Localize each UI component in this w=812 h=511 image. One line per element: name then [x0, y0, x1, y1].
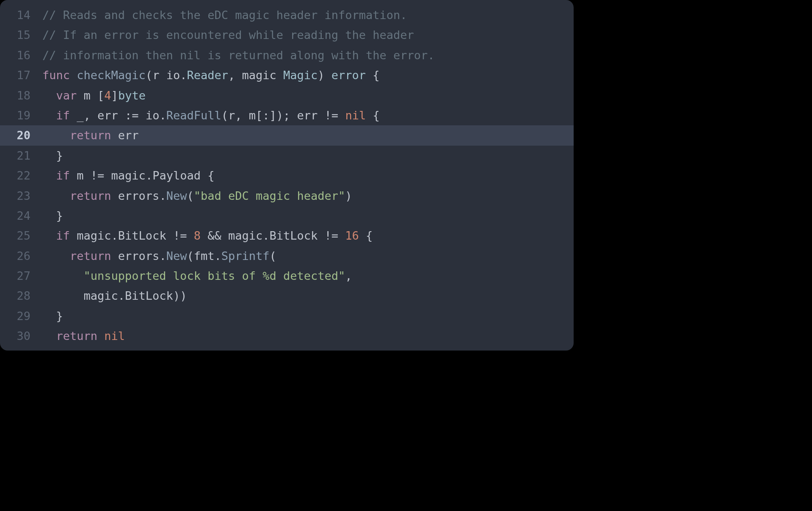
- token: magic: [228, 229, 262, 242]
- token: "unsupported lock bits of %d detected": [84, 269, 345, 282]
- line-content[interactable]: var m [4]byte: [42, 86, 574, 105]
- code-line[interactable]: 16// information then nil is returned al…: [0, 45, 574, 65]
- token: ,: [84, 109, 98, 122]
- token: 16: [345, 229, 359, 242]
- code-line[interactable]: 22 if m != magic.Payload {: [0, 166, 574, 185]
- token: magic: [242, 69, 283, 82]
- code-line[interactable]: 28 magic.BitLock)): [0, 286, 574, 306]
- token: !=: [325, 109, 345, 122]
- code-line[interactable]: 14// Reads and checks the eDC magic head…: [0, 5, 574, 25]
- token: [97, 329, 104, 343]
- code-line[interactable]: 18 var m [4]byte: [0, 86, 574, 105]
- token: [42, 109, 56, 122]
- token: nil: [345, 109, 366, 122]
- token: !=: [91, 169, 111, 182]
- line-number: 16: [0, 45, 42, 65]
- token: ,: [235, 109, 249, 122]
- token: magic: [42, 289, 118, 302]
- token: .: [146, 169, 152, 182]
- token: m: [249, 109, 256, 122]
- token: New: [166, 189, 187, 202]
- line-content[interactable]: return errors.New(fmt.Sprintf(: [42, 246, 574, 266]
- token: m: [70, 169, 91, 182]
- token: (: [221, 109, 228, 122]
- line-content[interactable]: func checkMagic(r io.Reader, magic Magic…: [42, 65, 574, 85]
- token: .: [159, 249, 166, 262]
- code-line[interactable]: 24 }: [0, 206, 574, 226]
- token: 4: [104, 89, 111, 102]
- line-content[interactable]: if _, err := io.ReadFull(r, m[:]); err !…: [42, 105, 574, 125]
- line-content[interactable]: }: [42, 306, 574, 326]
- token: (: [187, 249, 193, 262]
- token: [42, 329, 56, 343]
- line-content[interactable]: // If an error is encountered while read…: [42, 25, 574, 45]
- token: _: [70, 109, 84, 122]
- line-number: 15: [0, 25, 42, 45]
- code-line[interactable]: 29 }: [0, 306, 574, 326]
- token: .: [180, 69, 187, 82]
- code-line[interactable]: 21 }: [0, 146, 574, 166]
- line-content[interactable]: // Reads and checks the eDC magic header…: [42, 5, 574, 25]
- token: }: [42, 309, 63, 323]
- token: )): [173, 289, 187, 302]
- line-number: 27: [0, 266, 42, 286]
- token: {: [366, 69, 380, 82]
- line-content[interactable]: if m != magic.Payload {: [42, 166, 574, 185]
- line-content[interactable]: // information then nil is returned alon…: [42, 45, 574, 65]
- line-content[interactable]: return errors.New("bad eDC magic header"…: [42, 186, 574, 206]
- token: err: [97, 109, 125, 122]
- token: // Reads and checks the eDC magic header…: [42, 8, 407, 22]
- line-content[interactable]: "unsupported lock bits of %d detected",: [42, 266, 574, 286]
- code-line[interactable]: 19 if _, err := io.ReadFull(r, m[:]); er…: [0, 105, 574, 125]
- token: [:]);: [256, 109, 297, 122]
- code-line[interactable]: 17func checkMagic(r io.Reader, magic Mag…: [0, 65, 574, 85]
- line-number: 30: [0, 326, 42, 346]
- token: .: [118, 289, 125, 302]
- token: if: [56, 169, 70, 182]
- code-line[interactable]: 25 if magic.BitLock != 8 && magic.BitLoc…: [0, 226, 574, 246]
- token: return: [56, 329, 98, 343]
- token: ,: [228, 69, 242, 82]
- code-line[interactable]: 23 return errors.New("bad eDC magic head…: [0, 186, 574, 206]
- token: return: [70, 129, 111, 142]
- line-content[interactable]: }: [42, 146, 574, 166]
- code-line[interactable]: 15// If an error is encountered while re…: [0, 25, 574, 45]
- line-number: 19: [0, 105, 42, 125]
- token: (: [146, 69, 152, 82]
- token: .: [262, 229, 269, 242]
- token: r io: [152, 69, 180, 82]
- code-line[interactable]: 30 return nil: [0, 326, 574, 346]
- line-content[interactable]: if magic.BitLock != 8 && magic.BitLock !…: [42, 226, 574, 246]
- token: byte: [118, 89, 146, 102]
- line-number: 24: [0, 206, 42, 226]
- token: :=: [125, 109, 146, 122]
- code-editor[interactable]: 14// Reads and checks the eDC magic head…: [0, 0, 574, 351]
- line-number: 21: [0, 146, 42, 166]
- token: Magic: [283, 69, 318, 82]
- token: .: [159, 189, 166, 202]
- line-number: 18: [0, 86, 42, 105]
- code-line[interactable]: 20 return err: [0, 125, 574, 145]
- token: ): [345, 189, 352, 202]
- token: !=: [325, 229, 345, 242]
- token: if: [56, 229, 70, 242]
- code-line[interactable]: 26 return errors.New(fmt.Sprintf(: [0, 246, 574, 266]
- code-area[interactable]: 14// Reads and checks the eDC magic head…: [0, 0, 574, 351]
- token: .: [111, 229, 118, 242]
- line-content[interactable]: magic.BitLock)): [42, 286, 574, 306]
- token: errors: [111, 189, 160, 202]
- token: func: [42, 69, 70, 82]
- token: Reader: [187, 69, 228, 82]
- token: [42, 169, 56, 182]
- token: [42, 89, 56, 102]
- token: .: [214, 249, 221, 262]
- line-content[interactable]: return nil: [42, 326, 574, 346]
- line-content[interactable]: return err: [42, 125, 574, 145]
- token: !=: [173, 229, 194, 242]
- line-number: 29: [0, 306, 42, 326]
- token: Payload: [152, 169, 201, 182]
- token: fmt: [194, 249, 215, 262]
- line-number: 20: [0, 125, 42, 145]
- line-content[interactable]: }: [42, 206, 574, 226]
- code-line[interactable]: 27 "unsupported lock bits of %d detected…: [0, 266, 574, 286]
